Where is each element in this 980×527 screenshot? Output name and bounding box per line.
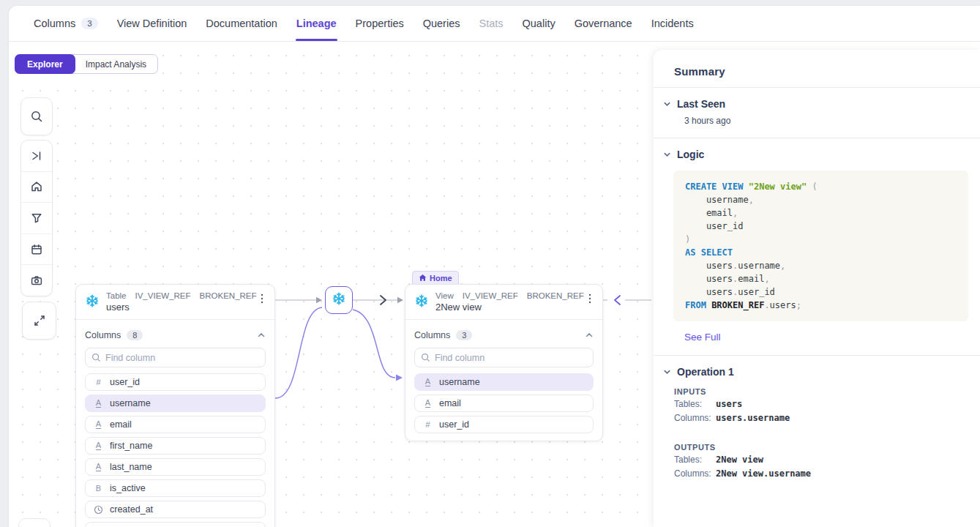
text-type-icon: A: [422, 399, 433, 408]
chevron-down-icon: [663, 368, 671, 376]
column-row-last_name[interactable]: Alast_name: [85, 458, 266, 476]
timestamp-type-icon: [93, 505, 104, 515]
chevron-down-icon: [663, 151, 671, 159]
boolean-type-icon: B: [93, 484, 104, 493]
column-name: first_name: [110, 441, 152, 451]
expand-icon[interactable]: [33, 314, 46, 327]
columns-label: Columns:: [674, 468, 716, 479]
collapse-columns-chevron-up-icon[interactable]: [585, 331, 594, 340]
view-node-2new-view[interactable]: View IV_VIEW_REF BROKEN_REF 2New view Co…: [405, 284, 603, 441]
snowflake-icon: [332, 291, 346, 309]
node-schema: IV_VIEW_REF: [463, 291, 518, 300]
text-type-icon: A: [93, 463, 104, 471]
column-row-email[interactable]: Aemail: [85, 416, 266, 433]
input-tables-value: users: [716, 399, 742, 410]
node-database: BROKEN_REF: [200, 291, 257, 300]
see-full-link[interactable]: See Full: [684, 332, 721, 343]
home-badge[interactable]: Home: [412, 271, 459, 285]
lineage-mode-toggle: Explorer Impact Analysis: [15, 54, 158, 74]
summary-panel: Summary Last Seen 3 hours ago Logic CREA…: [654, 50, 980, 527]
column-row-username[interactable]: Ausername: [85, 395, 266, 412]
canvas-toolbar-clipped-button[interactable]: [18, 518, 51, 527]
process-node[interactable]: [325, 286, 353, 314]
input-columns-value: users.username: [716, 413, 790, 424]
asset-detail-card: Columns3View DefinitionDocumentationLine…: [9, 6, 980, 527]
column-row-user_id[interactable]: #user_id: [414, 416, 594, 433]
text-type-icon: A: [93, 441, 104, 450]
tables-label: Tables:: [674, 399, 716, 410]
search-icon[interactable]: [30, 110, 43, 123]
columns-label: Columns:: [674, 413, 716, 424]
toolbar-group-3: [22, 302, 56, 340]
panel-title: Summary: [654, 50, 980, 87]
columns-count-badge: 3: [456, 330, 472, 340]
camera-icon[interactable]: [21, 264, 52, 296]
column-row-email[interactable]: Aemail: [414, 395, 594, 412]
last-seen-value: 3 hours ago: [684, 116, 968, 126]
columns-count-badge: 8: [127, 330, 143, 340]
text-type-icon: A: [93, 399, 104, 408]
home-icon: [419, 274, 427, 282]
columns-section-label: Columns: [85, 330, 121, 340]
node-database: BROKEN_REF: [527, 291, 584, 300]
column-row-created_at[interactable]: created_at: [85, 501, 266, 518]
column-row-username[interactable]: Ausername: [414, 373, 594, 391]
last-seen-section: Last Seen 3 hours ago: [654, 88, 980, 138]
table-node-users[interactable]: Table IV_VIEW_REF BROKEN_REF users Colum…: [75, 284, 275, 527]
collapse-columns-chevron-up-icon[interactable]: [257, 331, 266, 340]
column-name: username: [439, 377, 480, 387]
tab-view-definition[interactable]: View Definition: [108, 6, 197, 41]
column-name: user_id: [439, 419, 469, 430]
column-list: AusernameAemail#user_id: [414, 373, 594, 433]
snowflake-icon: [85, 294, 100, 311]
tab-queries[interactable]: Queries: [414, 6, 470, 41]
impact-analysis-mode-button[interactable]: Impact Analysis: [75, 55, 157, 73]
filter-icon[interactable]: [21, 202, 52, 233]
output-columns-value: 2New view.username: [716, 468, 811, 479]
column-name: user_id: [110, 377, 140, 387]
node-menu-kebab-icon[interactable]: [255, 291, 269, 309]
tab-stats[interactable]: Stats: [469, 6, 512, 41]
calendar-icon[interactable]: [21, 233, 52, 265]
inputs-label: INPUTS: [674, 387, 968, 396]
tab-incidents[interactable]: Incidents: [642, 6, 703, 41]
asset-tabs: Columns3View DefinitionDocumentationLine…: [9, 6, 980, 42]
tab-count-badge: 3: [81, 18, 97, 29]
view-definition-sql: CREATE VIEW "2New view" ( username, emai…: [673, 171, 968, 321]
number-type-icon: #: [422, 420, 433, 429]
column-row-last_login[interactable]: last_login: [85, 522, 266, 527]
outputs-label: OUTPUTS: [674, 443, 968, 452]
column-row-is_active[interactable]: Bis_active: [85, 479, 266, 497]
logic-section-header[interactable]: Logic: [663, 149, 968, 160]
tab-lineage[interactable]: Lineage: [287, 6, 346, 41]
column-name: is_active: [110, 483, 146, 493]
toolbar-group-1: [20, 97, 53, 135]
tab-quality[interactable]: Quality: [513, 6, 565, 41]
toolbar-group-2: [20, 140, 53, 296]
column-list: #user_idAusernameAemailAfirst_nameAlast_…: [85, 373, 266, 527]
explorer-mode-button[interactable]: Explorer: [15, 54, 75, 74]
column-name: created_at: [110, 504, 153, 515]
tab-governance[interactable]: Governance: [565, 6, 642, 41]
column-row-user_id[interactable]: #user_id: [85, 373, 266, 391]
tab-properties[interactable]: Properties: [346, 6, 414, 41]
columns-section-label: Columns: [414, 330, 450, 340]
operation-section-header[interactable]: Operation 1: [663, 366, 968, 378]
last-seen-section-header[interactable]: Last Seen: [663, 98, 968, 110]
logic-section: Logic CREATE VIEW "2New view" ( username…: [654, 138, 980, 355]
find-column-input[interactable]: [414, 348, 594, 367]
chevron-down-icon: [663, 100, 671, 108]
home-icon[interactable]: [21, 171, 52, 203]
fit-view-icon[interactable]: [21, 141, 52, 171]
tables-label: Tables:: [674, 455, 716, 466]
tab-columns[interactable]: Columns3: [24, 6, 108, 41]
search-icon: [91, 353, 101, 362]
node-type-label: Table: [106, 291, 127, 300]
tab-documentation[interactable]: Documentation: [196, 6, 287, 41]
column-row-first_name[interactable]: Afirst_name: [85, 437, 266, 455]
column-name: email: [110, 419, 132, 430]
node-menu-kebab-icon[interactable]: [583, 291, 596, 309]
find-column-input[interactable]: [85, 348, 266, 367]
number-type-icon: #: [93, 378, 104, 386]
output-tables-value: 2New view: [716, 455, 763, 466]
